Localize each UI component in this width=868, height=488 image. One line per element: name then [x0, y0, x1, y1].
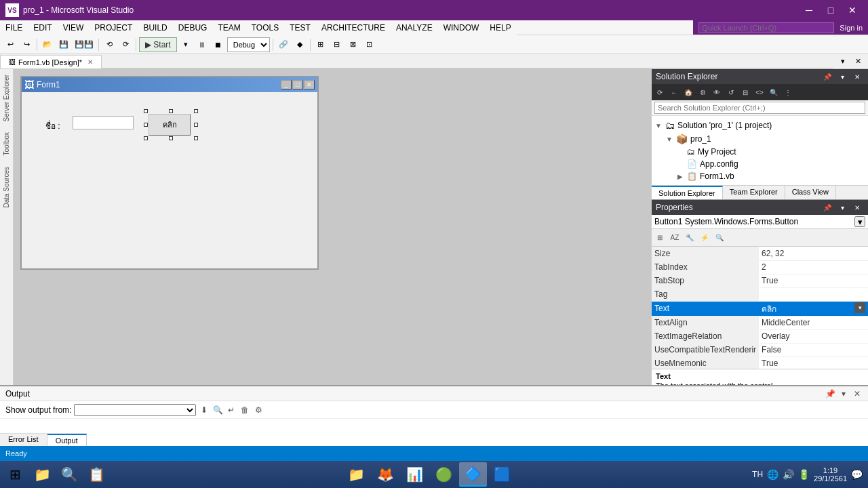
prop-pin-button[interactable]: 📌 [821, 201, 834, 214]
prop-categorized-btn[interactable]: ⊞ [653, 232, 667, 244]
prop-value-tabindex[interactable]: 2 [759, 260, 868, 274]
tab-close-btn[interactable]: ✕ [850, 54, 865, 68]
toolbar-btn8[interactable]: ⊠ [346, 37, 361, 52]
prop-search-btn[interactable]: 🔍 [713, 232, 726, 244]
prop-events-btn[interactable]: ⚡ [698, 232, 711, 244]
debug-mode-select[interactable]: Debug [227, 37, 270, 52]
output-filter-btn[interactable]: ⬇ [199, 405, 210, 415]
menu-window[interactable]: WINDOW [438, 20, 485, 35]
taskbar-firefox-app[interactable]: 🦊 [372, 462, 399, 487]
form-body[interactable]: ชื่อ : [22, 92, 317, 268]
toolbar-btn9[interactable]: ⊡ [362, 37, 377, 52]
taskbar-vs-app[interactable]: 🔷 [459, 462, 487, 487]
prop-value-textimagerelation[interactable]: Overlay [759, 329, 868, 343]
output-wrap-btn[interactable]: ↵ [226, 405, 237, 415]
prop-value-textalign[interactable]: MiddleCenter [759, 316, 868, 329]
menu-test[interactable]: TEST [284, 20, 316, 35]
se-more-btn[interactable]: ⋮ [781, 86, 795, 98]
output-tab-output[interactable]: Output [47, 434, 87, 446]
prop-value-usecompatible[interactable]: False [759, 343, 868, 357]
se-home-btn[interactable]: 🏠 [682, 86, 695, 98]
menu-team[interactable]: TEAM [212, 20, 245, 35]
server-explorer-tab[interactable]: Server Explorer [1, 69, 12, 127]
tab-dropdown-btn[interactable]: ▾ [835, 54, 850, 68]
prop-dropdown-button[interactable]: ▾ [835, 201, 849, 214]
redo2-button[interactable]: ⟳ [118, 37, 133, 52]
save-button[interactable]: 💾 [56, 37, 71, 52]
stop-button[interactable]: ⏹ [211, 37, 226, 52]
se-view-code-btn[interactable]: <> [753, 86, 766, 98]
se-show-all-btn[interactable]: 👁 [710, 86, 724, 98]
menu-edit[interactable]: EDIT [28, 20, 57, 35]
taskbar-cortana[interactable]: 🔍 [57, 462, 81, 487]
prop-value-size[interactable]: 62, 32 [759, 247, 868, 260]
menu-analyze[interactable]: ANALYZE [391, 20, 438, 35]
form-button[interactable]: คลิก [149, 114, 191, 136]
prop-text-dropdown[interactable]: ▾ [854, 302, 865, 313]
menu-view[interactable]: VIEW [58, 20, 90, 35]
toolbar-btn5[interactable]: ◆ [292, 37, 307, 52]
taskbar-explorer-app[interactable]: 📁 [342, 462, 370, 487]
menu-debug[interactable]: DEBUG [173, 20, 213, 35]
undo-button[interactable]: ↩ [3, 37, 18, 52]
output-source-select[interactable] [74, 404, 196, 416]
tree-expand-project[interactable]: ▼ [665, 135, 673, 143]
tree-myproject[interactable]: 🗂 My Project [676, 146, 865, 158]
prop-value-tabstop[interactable]: True [759, 274, 868, 287]
tree-form1vb[interactable]: ▶ 📋 Form1.vb [676, 170, 865, 182]
prop-close-button[interactable]: ✕ [850, 201, 864, 214]
prop-value-usemnemonic[interactable]: True [759, 357, 868, 369]
tree-project[interactable]: ▼ 📦 pro_1 [665, 132, 865, 146]
taskbar-app2[interactable]: 🟦 [488, 462, 516, 487]
se-sync-btn[interactable]: ⟳ [653, 86, 667, 98]
menu-tools[interactable]: TOOLS [246, 20, 284, 35]
start-dropdown[interactable]: ▾ [178, 37, 193, 52]
se-search-input[interactable] [654, 102, 865, 114]
undo2-button[interactable]: ⟲ [102, 37, 117, 52]
quick-launch-input[interactable] [698, 22, 834, 33]
properties-object-dropdown[interactable]: ▾ [854, 216, 865, 227]
close-button[interactable]: ✕ [842, 3, 863, 17]
se-back-btn[interactable]: ← [667, 86, 681, 98]
se-tab-team-explorer[interactable]: Team Explorer [723, 186, 785, 199]
design-area[interactable]: 🖼 Form1 _ □ ✕ ชื่อ : [14, 69, 651, 385]
taskbar-explorer[interactable]: 📁 [30, 462, 54, 487]
taskbar-excel-app[interactable]: 📊 [401, 462, 429, 487]
save-all-button[interactable]: 💾💾 [73, 37, 96, 52]
form-maximize[interactable]: □ [292, 80, 303, 89]
start-menu-button[interactable]: ⊞ [3, 462, 27, 487]
se-tab-class-view[interactable]: Class View [785, 186, 836, 199]
output-clear-btn[interactable]: 🗑 [239, 405, 250, 415]
start-button[interactable]: ▶ Start [139, 37, 177, 52]
tree-expand-solution[interactable]: ▼ [654, 121, 663, 129]
tree-solution[interactable]: ▼ 🗂 Solution 'pro_1' (1 project) [654, 119, 865, 132]
design-tab-close[interactable]: ✕ [87, 58, 93, 66]
clock-widget[interactable]: 1:19 29/1/2561 [814, 466, 847, 483]
form-minimize[interactable]: _ [281, 80, 292, 89]
menu-help[interactable]: HELP [484, 20, 516, 35]
open-button[interactable]: 📂 [40, 37, 55, 52]
minimize-button[interactable]: ─ [799, 3, 819, 17]
prop-properties-btn[interactable]: 🔧 [683, 232, 696, 244]
sign-in-label[interactable]: Sign in [840, 24, 863, 32]
se-dropdown-button[interactable]: ▾ [835, 70, 849, 83]
output-tab-errors[interactable]: Error List [0, 434, 47, 446]
output-pin-button[interactable]: 📌 [825, 388, 835, 399]
se-close-button[interactable]: ✕ [850, 70, 864, 83]
data-sources-tab[interactable]: Data Sources [1, 161, 12, 214]
menu-project[interactable]: PROJECT [89, 20, 138, 35]
form-close[interactable]: ✕ [304, 80, 315, 89]
notifications-icon[interactable]: 💬 [851, 469, 863, 480]
output-dropdown-button[interactable]: ▾ [838, 388, 849, 399]
se-refresh-btn[interactable]: ↺ [724, 86, 738, 98]
pause-button[interactable]: ⏸ [195, 37, 210, 52]
taskbar-task-view[interactable]: 📋 [84, 462, 108, 487]
output-find-btn[interactable]: 🔍 [212, 405, 223, 415]
prop-row-text[interactable]: Text คลิก ▾ [652, 301, 868, 316]
se-tab-solution-explorer[interactable]: Solution Explorer [652, 186, 723, 199]
design-tab-form1[interactable]: 🖼 Form1.vb [Design]* ✕ [0, 55, 102, 68]
tree-expand-appconfig[interactable] [676, 160, 684, 168]
form-textbox[interactable] [73, 116, 134, 129]
output-close-button[interactable]: ✕ [852, 388, 863, 399]
se-pin-button[interactable]: 📌 [821, 70, 834, 83]
